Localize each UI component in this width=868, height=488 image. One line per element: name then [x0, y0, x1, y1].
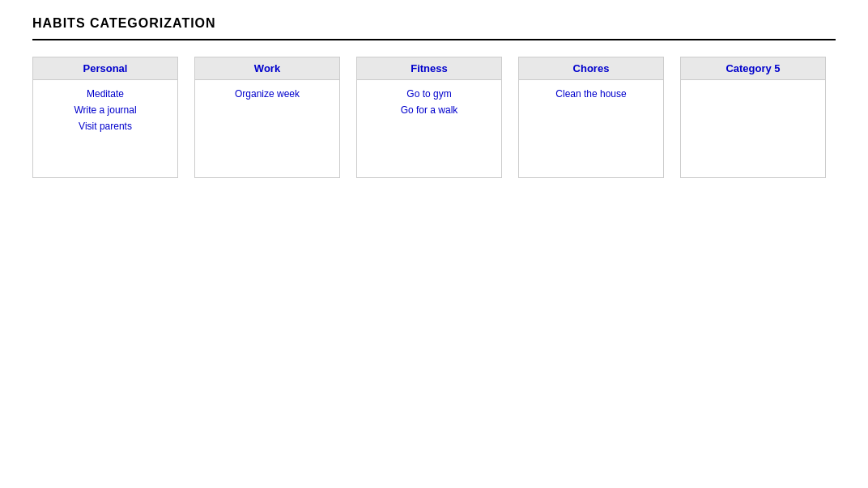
list-item: Write a journal	[74, 104, 136, 116]
list-item: Go for a walk	[401, 104, 458, 116]
category-header-chores: Chores	[519, 57, 663, 80]
category-card-fitness: FitnessGo to gymGo for a walk	[356, 57, 502, 178]
category-items-fitness: Go to gymGo for a walk	[357, 80, 501, 124]
categories-row: PersonalMeditateWrite a journalVisit par…	[32, 57, 836, 178]
page-title: HABITS CATEGORIZATION	[32, 16, 836, 40]
page-container: HABITS CATEGORIZATION PersonalMeditateWr…	[0, 0, 868, 194]
category-header-category5: Category 5	[681, 57, 825, 80]
category-items-chores: Clean the house	[519, 80, 663, 108]
list-item: Meditate	[87, 88, 124, 100]
list-item: Go to gym	[406, 88, 451, 100]
list-item: Visit parents	[79, 121, 132, 132]
category-card-chores: ChoresClean the house	[518, 57, 664, 178]
category-header-personal: Personal	[33, 57, 177, 80]
category-header-work: Work	[195, 57, 339, 80]
list-item: Organize week	[235, 88, 300, 100]
list-item: Clean the house	[555, 88, 626, 100]
category-items-personal: MeditateWrite a journalVisit parents	[33, 80, 177, 140]
category-card-work: WorkOrganize week	[194, 57, 340, 178]
category-items-work: Organize week	[195, 80, 339, 108]
category-card-category5: Category 5	[680, 57, 826, 178]
category-header-fitness: Fitness	[357, 57, 501, 80]
category-items-category5	[681, 80, 825, 96]
category-card-personal: PersonalMeditateWrite a journalVisit par…	[32, 57, 178, 178]
